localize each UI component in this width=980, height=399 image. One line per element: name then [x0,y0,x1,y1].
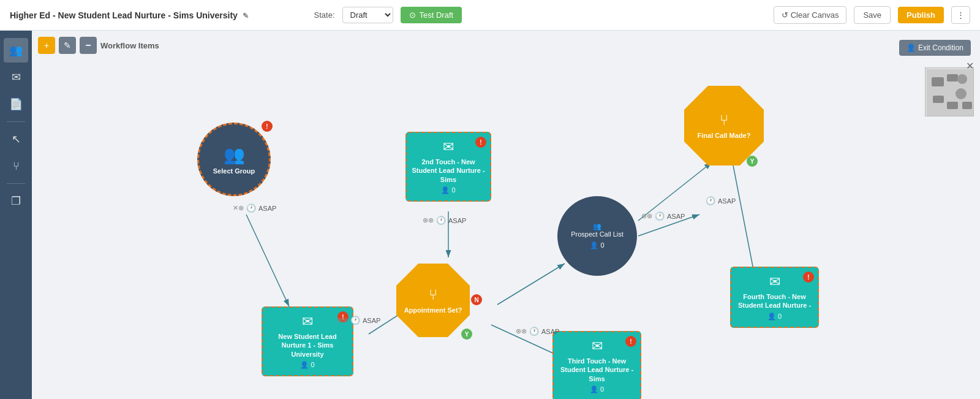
touch4-node[interactable]: ✉ ! Fourth Touch - New Student Lead Nurt… [730,267,819,328]
prospect-count: 👤 0 [590,241,604,249]
sidebar-divider-2 [7,183,25,184]
touch4-label: Fourth Touch - New Student Lead Nurture … [736,292,813,310]
split-icon-final: ⑂ [720,112,728,129]
state-select[interactable]: DraftActiveInactive [342,7,393,23]
test-draft-button[interactable]: ⊙ Test Draft [401,7,462,23]
cross-icon-4: ⊗⊗ [641,212,652,220]
sidebar-item-contacts[interactable]: 👥 [4,38,28,63]
minimap [925,67,974,116]
svg-point-3 [957,74,967,84]
touch2-error-badge: ! [475,137,486,148]
asap-label-6: ⊗⊗ 🕐 ASAP [516,327,559,336]
sidebar: 👥 ✉ 📄 ↖ ⑂ ❐ [0,31,32,399]
svg-line-13 [497,264,565,305]
asap-label-2: ⊗⊗ 🕐 ASAP [423,216,466,225]
group-icon-prospect: 👥 [593,222,601,230]
publish-button[interactable]: Publish [898,7,944,23]
touch3-count: 👤 0 [590,386,604,393]
email-icon-touch2: ✉ [443,139,454,155]
count-icon-1: 👤 [300,361,309,369]
cross-icon-3: ⊗⊗ [337,316,348,324]
appointment-node[interactable]: ⑂ Appointment Set? Y N [396,264,470,337]
select-group-label: Select Group [213,167,255,175]
select-group-error-badge: ! [262,121,273,132]
svg-point-5 [956,88,967,99]
svg-line-10 [246,215,289,306]
count-icon: 👤 [441,186,450,194]
group-icon: 👥 [224,145,245,165]
svg-rect-1 [932,77,944,86]
cross-icon-1: ✕⊗ [233,204,244,212]
state-label: State: [314,10,335,20]
appointment-y-badge: Y [461,329,472,340]
more-button[interactable]: ⋮ [951,6,970,24]
save-button[interactable]: Save [854,6,891,24]
clock-icon-3: 🕐 [350,316,360,325]
email-icon-touch3: ✉ [592,338,603,354]
clock-icon-2: 🕐 [436,216,446,225]
minimap-close-button[interactable]: ✕ [966,60,974,72]
topbar: Higher Ed - New Student Lead Nurture - S… [0,0,980,31]
svg-line-17 [733,165,755,276]
sidebar-item-cursor[interactable]: ↖ [4,127,28,151]
touch3-node[interactable]: ✉ ! Third Touch - New Student Lead Nurtu… [552,331,641,399]
appointment-label: Appointment Set? [404,306,462,314]
final-call-label: Final Call Made? [698,131,751,140]
sidebar-item-copy[interactable]: ❐ [4,189,28,213]
sidebar-divider [7,121,25,122]
asap-label-1: ✕⊗ 🕐 ASAP [233,203,276,213]
touch2-node[interactable]: ✉ ! 2nd Touch - New Student Lead Nurture… [405,132,491,202]
workflow-arrows [32,31,980,399]
prospect-call-node[interactable]: 👥 Prospect Call List 👤 0 [557,196,637,276]
person-icon: 👤 [907,44,916,52]
play-icon: ⊙ [409,10,416,20]
email-icon-touch4: ✉ [769,274,780,290]
sidebar-item-share[interactable]: ⑂ [4,154,28,178]
clock-icon-6: 🕐 [529,327,539,336]
svg-rect-2 [947,74,958,82]
edit-title-icon[interactable]: ✎ [243,12,249,20]
select-group-node[interactable]: 👥 Select Group ! [197,123,271,196]
edit-node-button[interactable]: ✎ [59,37,76,54]
asap-label-5: 🕐 ASAP [706,196,736,205]
touch2-count: 👤 0 [441,186,455,194]
workflow-items-label: Workflow Items [100,41,159,50]
count-icon-3: 👤 [590,386,598,393]
clear-canvas-button[interactable]: ↺ Clear Canvas [774,6,847,24]
touch4-error-badge: ! [803,272,814,283]
touch4-count: 👤 0 [767,313,782,321]
collapse-button[interactable]: − [80,37,97,54]
svg-rect-4 [933,96,944,103]
page-title: Higher Ed - New Student Lead Nurture - S… [10,10,307,20]
svg-rect-6 [947,102,958,109]
prospect-call-label: Prospect Call List [571,230,624,238]
touch3-error-badge: ! [625,336,636,347]
canvas-toolbar: + ✎ − Workflow Items [38,37,159,54]
refresh-icon: ↺ [782,10,788,20]
touch1-label: New Student Lead Nurture 1 - Sims Univer… [268,332,347,359]
sidebar-item-email[interactable]: ✉ [4,65,28,89]
final-call-y-badge: Y [747,156,758,167]
touch1-count: 👤 0 [300,361,314,369]
exit-condition-button[interactable]: 👤 Exit Condition [899,40,971,56]
clock-icon-5: 🕐 [706,196,715,205]
sidebar-item-letter[interactable]: 📄 [4,92,28,116]
add-node-button[interactable]: + [38,37,55,54]
count-icon-4: 👤 [767,313,776,321]
clock-icon-1: 🕐 [246,203,256,213]
touch2-label: 2nd Touch - New Student Lead Nurture - S… [412,158,485,184]
canvas: + ✎ − Workflow Items 👤 Exit Condition ✕ [32,31,980,399]
final-call-node[interactable]: ⑂ Final Call Made? Y [684,86,764,165]
asap-label-3: ⊗⊗ 🕐 ASAP [337,316,380,325]
split-icon-appointment: ⑂ [429,286,437,303]
cross-icon-2: ⊗⊗ [423,216,434,224]
cross-icon-6: ⊗⊗ [516,327,527,335]
svg-rect-7 [962,102,972,109]
email-icon-touch1: ✉ [302,314,313,330]
clock-icon-4: 🕐 [655,211,665,221]
asap-label-4: ⊗⊗ 🕐 ASAP [641,211,685,221]
touch3-label: Third Touch - New Student Lead Nurture -… [559,357,635,383]
count-icon-prospect: 👤 [590,241,598,249]
appointment-n-badge: N [471,294,482,305]
